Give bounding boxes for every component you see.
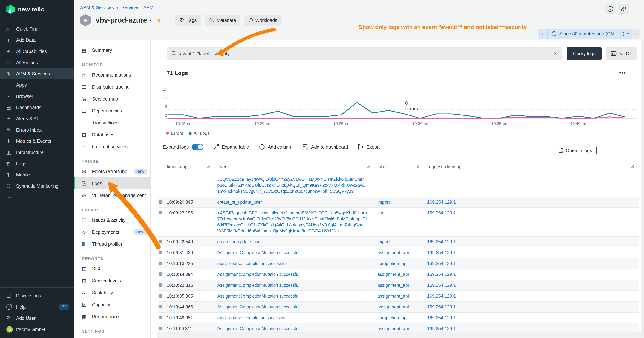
legend-item-errors[interactable]: Errors [166,131,183,136]
sidebar-item-browser[interactable]: ⊡Browser [0,91,74,102]
row-selector-icon[interactable] [159,283,162,287]
sidebar-item-all-entities[interactable]: ⎔All Entities [0,57,74,68]
subnav-item-thread-profiler[interactable]: ⊪Thread profiler [74,238,150,250]
cell-event-link[interactable]: create_or_update_user [217,200,262,205]
add-to-dashboard-button[interactable]: Add to dashboard [302,144,348,150]
chevron-down-icon[interactable]: ▾ [149,18,151,23]
remove-column-icon[interactable]: × [367,164,370,169]
clear-query-icon[interactable]: × [553,50,558,57]
cell-request-client-ip-link[interactable]: 169.254.129.1 [427,304,456,309]
cell-event-link[interactable]: mark_course_completion successful [217,261,287,266]
query-input-box[interactable]: × [167,47,562,60]
subnav-item-errors-inbox-triage[interactable]: ✉Errors (errors inb...New [74,165,150,177]
cell-event-link[interactable]: mark_course_completion successful [217,315,287,320]
toggle-on-icon[interactable] [192,144,204,150]
subnav-item-external-services[interactable]: ⋔External services [74,141,150,153]
subnav-item-issues-activity[interactable]: ❐Issues & activity [74,214,150,226]
subnav-item-capacity[interactable]: ☑Capacity [74,299,150,311]
row-selector-icon[interactable] [159,251,162,254]
logs-timeseries-chart[interactable]: 05101510:15am10:20am10:25am10:30am10:35a… [151,85,644,128]
subnav-item-vulnerability-management[interactable]: ⊘Vulnerability Management [74,189,150,201]
table-row[interactable]: 10:10:44.066AssignmentCompletionMutation… [158,302,639,312]
subnav-item-sla[interactable]: ▤SLA [74,263,150,275]
remove-column-icon[interactable]: × [631,164,634,169]
table-row[interactable]: 10:09:22.540create_or_update_userimport1… [158,237,639,247]
subnav-item-databases[interactable]: ⊟Databases [74,129,150,141]
row-selector-icon[interactable] [159,262,162,265]
cell-label-link[interactable]: completion_api [377,261,408,266]
cell-label-link[interactable]: assignment_api [377,304,409,309]
table-row[interactable]: 10:10:23.815AssignmentCompletionMutation… [158,280,639,291]
remove-column-icon[interactable]: × [207,164,210,169]
cell-request-client-ip-link[interactable]: 169.254.129.1 [427,261,456,266]
favorite-star-icon[interactable]: ★ [156,17,162,24]
cell-event-link[interactable]: AssignmentCompletionMutation successful [217,272,299,277]
help-button[interactable]: ? [605,4,616,14]
subnav-item-distributed-tracing[interactable]: ☰Distributed tracing [74,81,150,93]
metadata-button[interactable]: ⓘ Metadata [205,15,240,26]
subnav-item-deployments[interactable]: ∿DeploymentsNew [74,226,150,238]
time-picker-dropdown[interactable]: Since 30 minutes ago (GMT+2) ▾ [548,29,632,39]
subnav-item-service-levels[interactable]: ▥Service levels [74,275,150,287]
cell-label-link[interactable]: assignment_api [377,272,409,277]
row-selector-icon[interactable] [159,305,162,308]
sidebar-item-more[interactable]: ⋯ [0,192,74,203]
sidebar-item-quick-find[interactable]: ⌕Quick Find [0,23,74,35]
cell-event-link[interactable]: AssignmentCompletionMutation successful [217,283,299,288]
sidebar-item-add-user[interactable]: ⚲Add User [0,312,74,324]
time-picker-back[interactable]: ‹ [538,29,548,39]
sidebar-item-alerts-ai[interactable]: ⚠Alerts & AI [0,113,74,124]
row-selector-icon[interactable] [159,294,162,297]
cell-request-client-ip-link[interactable]: 169.254.129.1 [427,315,456,320]
row-selector-icon[interactable] [159,272,162,276]
column-header-label[interactable]: label× [375,159,425,174]
subnav-item-logs[interactable]: ⎘Logs [74,177,150,189]
row-selector-icon[interactable] [159,316,162,319]
sidebar-item-synthetic-monitoring[interactable]: ⚇Synthetic Monitoring [0,180,74,192]
sidebar-item-infrastructure[interactable]: ▯▯Infrastructure [0,147,74,158]
cell-label-link[interactable]: assignment_api [377,293,409,298]
cell-event-link[interactable]: <ASGIRequest: GET '/sso/callback/?state=… [217,211,367,233]
cell-event-link[interactable]: AssignmentCompletionMutation successful [217,304,299,309]
subnav-item-service-map[interactable]: ⌘Service map [74,93,150,105]
add-column-button[interactable]: Add column [259,144,292,150]
remove-column-icon[interactable]: × [417,164,420,169]
column-header-timestamp[interactable]: timestamp× [167,159,215,174]
cell-request-client-ip-link[interactable]: 169.254.129.1 [427,199,456,205]
table-row[interactable]: 10:09:22.196<ASGIRequest: GET '/sso/call… [158,208,639,237]
cell-event-link[interactable]: AssignmentCompletionMutation successful [217,294,299,298]
copy-link-button[interactable] [618,4,629,14]
row-selector-icon[interactable] [159,327,162,330]
cell-label-link[interactable]: sso [377,210,384,215]
sidebar-item-account[interactable]: ◔Iterativ GmbH [0,324,74,335]
newrelic-logo[interactable]: new relic [0,0,74,14]
sidebar-item-all-capabilities[interactable]: ⊞All Capabilities [0,46,74,57]
cell-label-link[interactable]: import [377,239,390,244]
cell-label-link[interactable]: completion_api [377,315,408,320]
expand-table-button[interactable]: Expand table [214,144,249,150]
more-options-icon[interactable]: ••• [619,70,626,76]
table-row[interactable]: 10:10:13.235mark_course_completion succe… [158,258,639,269]
sidebar-item-errors-inbox[interactable]: ✉Errors Inbox [0,124,74,136]
subnav-item-summary[interactable]: ▦Summary [74,44,150,56]
cell-event-link[interactable]: AssignmentCompletionMutation successful [217,326,299,331]
cell-request-client-ip-link[interactable]: 169.254.129.1 [427,210,456,215]
sidebar-item-apm-services[interactable]: ⊕APM & Services [0,68,74,79]
row-selector-icon[interactable] [159,200,162,204]
row-selector-icon[interactable] [159,211,162,214]
cell-request-client-ip-link[interactable]: 169.254.129.1 [427,293,456,298]
column-header-event[interactable]: event× [215,159,375,174]
table-row[interactable]: 10:10:35.305AssignmentCompletionMutation… [158,291,639,302]
sidebar-item-logs[interactable]: ⎘Logs [0,158,74,169]
row-selector-icon[interactable] [159,240,162,243]
sidebar-item-help[interactable]: ?Help70 [0,301,74,312]
subnav-item-performance[interactable]: ▣Performance [74,311,150,323]
cell-label-link[interactable]: import [377,199,390,205]
sidebar-item-discussions[interactable]: ❑Discussions [0,290,74,301]
cell-request-client-ip-link[interactable]: 169.254.129.1 [427,283,456,288]
table-row[interactable]: 10:09:20.895create_or_update_userimport1… [158,197,639,208]
legend-item-all-logs[interactable]: All Logs [189,131,210,136]
nrql-button[interactable]: NRQL [606,47,637,60]
breadcrumb-services-apm[interactable]: Services - APM [121,5,153,10]
time-picker-forward[interactable]: › [632,29,640,39]
